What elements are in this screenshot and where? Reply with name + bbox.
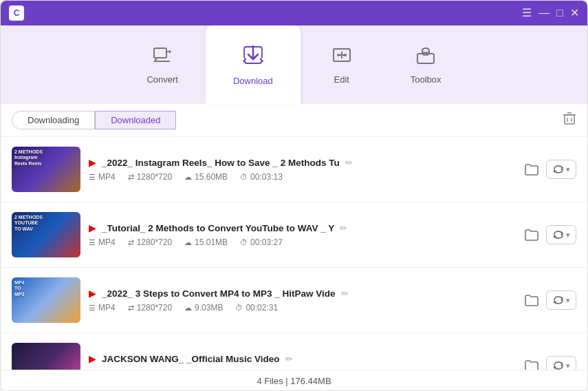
duration-icon: ⏱ (240, 238, 248, 246)
youtube-icon: ▶ (89, 157, 96, 168)
size-icon: ☁ (184, 173, 192, 182)
window-controls[interactable]: ☰ — □ ✕ (522, 8, 579, 19)
tab-download[interactable]: Download (206, 25, 301, 104)
download-icon (241, 43, 265, 72)
format-icon: ☰ (89, 173, 96, 182)
format-icon: ☰ (89, 304, 96, 313)
list-item: ▶ JACKSON WANG_ _Official Music Video ✏ … (1, 333, 587, 370)
file-resolution: 1280*720 (137, 237, 172, 247)
duration-icon: ⏱ (235, 304, 243, 312)
file-resolution: 1280*720 (137, 303, 172, 313)
file-info-4: ▶ JACKSON WANG_ _Official Music Video ✏ … (89, 353, 513, 370)
file-title: _Tutorial_ 2 Methods to Convert YouTube … (102, 223, 334, 233)
sub-tabs-row: Downloading Downloaded (1, 104, 587, 137)
subtab-downloading[interactable]: Downloading (12, 111, 95, 129)
resolution-icon: ⇄ (128, 173, 134, 182)
file-meta: ☰ MP4 ⇄ 1280*720 ☁ 15.60MB ⏱ 00:03:13 (89, 172, 513, 182)
file-title: JACKSON WANG_ _Official Music Video (102, 354, 280, 364)
title-bar: C ☰ — □ ✕ (1, 1, 587, 25)
list-item: 2 METHODSInstagramReels Reels ▶ _2022_ I… (1, 137, 587, 202)
tab-convert-label: Convert (146, 74, 178, 85)
file-format: MP4 (98, 172, 116, 182)
thumbnail-1: 2 METHODSInstagramReels Reels (12, 147, 80, 192)
thumbnail-3: MP4TOMP3 (12, 277, 80, 323)
svg-rect-0 (154, 48, 166, 58)
menu-icon[interactable]: ☰ (522, 8, 532, 19)
thumbnail-2: 2 METHODSYOUTUBETO WAV (12, 212, 80, 257)
edit-title-icon[interactable]: ✏ (340, 223, 347, 233)
edit-title-icon[interactable]: ✏ (285, 354, 293, 364)
file-size: 9.03MB (195, 303, 223, 313)
list-item: 2 METHODSYOUTUBETO WAV ▶ _Tutorial_ 2 Me… (1, 202, 587, 268)
maximize-button[interactable]: □ (556, 8, 563, 19)
file-title: _2022_ Instagram Reels_ How to Save _ 2 … (102, 158, 340, 168)
convert-btn-arrow: ▾ (566, 165, 570, 174)
convert-btn-arrow: ▾ (566, 231, 570, 240)
file-resolution: 1280*720 (137, 172, 172, 182)
youtube-icon: ▶ (89, 288, 96, 299)
resolution-icon: ⇄ (128, 304, 134, 313)
file-list: 2 METHODSInstagramReels Reels ▶ _2022_ I… (1, 137, 587, 370)
convert-icon (152, 45, 173, 70)
file-meta: ☰ MP4 ⇄ 1280*720 ☁ 15.01MB ⏱ 00:03:27 (89, 237, 513, 247)
convert-button[interactable]: ▾ (546, 356, 576, 370)
edit-title-icon[interactable]: ✏ (341, 288, 349, 299)
file-title: _2022_ 3 Steps to Convert MP4 to MP3 _ H… (102, 288, 336, 299)
convert-button[interactable]: ▾ (546, 160, 576, 179)
file-size: 15.60MB (195, 172, 228, 182)
convert-btn-arrow: ▾ (566, 361, 570, 370)
youtube-icon: ▶ (89, 222, 96, 233)
tab-toolbox-label: Toolbox (411, 74, 442, 85)
file-size: 15.01MB (195, 237, 228, 247)
open-folder-button[interactable] (521, 355, 542, 370)
tab-edit[interactable]: Edit (301, 25, 383, 104)
app-logo: C (9, 6, 24, 21)
format-icon: ☰ (89, 238, 96, 247)
file-format: MP4 (98, 303, 116, 313)
resolution-icon: ⇄ (128, 238, 134, 247)
toolbox-icon (415, 45, 436, 70)
file-summary: 4 Files | 176.44MB (257, 376, 331, 386)
size-icon: ☁ (184, 304, 192, 313)
size-icon: ☁ (184, 238, 192, 247)
subtab-downloaded[interactable]: Downloaded (95, 111, 176, 129)
file-duration: 00:03:13 (250, 172, 283, 182)
convert-btn-arrow: ▾ (566, 296, 570, 305)
file-format: MP4 (98, 237, 116, 247)
convert-button[interactable]: ▾ (546, 290, 576, 310)
svg-point-4 (337, 54, 340, 56)
file-duration: 00:02:31 (246, 303, 278, 313)
file-meta: ☰ MP4 ⇄ 1280*720 ☁ 9.03MB ⏱ 00:02:31 (89, 303, 513, 313)
open-folder-button[interactable] (521, 159, 542, 180)
tab-convert[interactable]: Convert (119, 25, 206, 104)
file-actions-4: ▾ (521, 355, 576, 370)
file-duration: 00:03:27 (250, 237, 283, 247)
delete-all-button[interactable] (563, 112, 576, 129)
tab-toolbox[interactable]: Toolbox (383, 25, 469, 104)
footer: 4 Files | 176.44MB (1, 370, 587, 391)
close-button[interactable]: ✕ (570, 8, 579, 19)
svg-point-5 (344, 54, 347, 56)
file-info-1: ▶ _2022_ Instagram Reels_ How to Save _ … (89, 157, 513, 182)
file-actions-1: ▾ (521, 159, 576, 180)
file-info-3: ▶ _2022_ 3 Steps to Convert MP4 to MP3 _… (89, 288, 513, 313)
youtube-icon: ▶ (89, 353, 96, 364)
file-info-2: ▶ _Tutorial_ 2 Methods to Convert YouTub… (89, 222, 513, 247)
open-folder-button[interactable] (521, 224, 542, 245)
nav-bar: Convert Download Edit (1, 25, 587, 104)
duration-icon: ⏱ (240, 173, 248, 181)
convert-button[interactable]: ▾ (546, 225, 576, 244)
edit-title-icon[interactable]: ✏ (345, 158, 353, 168)
minimize-button[interactable]: — (538, 8, 549, 19)
edit-icon (331, 45, 352, 70)
main-content: Downloading Downloaded 2 METHODSInstagra… (1, 104, 587, 391)
file-actions-2: ▾ (521, 224, 576, 245)
thumbnail-4 (12, 343, 80, 370)
tab-download-label: Download (233, 76, 273, 86)
open-folder-button[interactable] (521, 290, 542, 310)
file-actions-3: ▾ (521, 290, 576, 310)
list-item: MP4TOMP3 ▶ _2022_ 3 Steps to Convert MP4… (1, 268, 587, 333)
tab-edit-label: Edit (334, 74, 349, 85)
svg-rect-8 (565, 115, 574, 124)
